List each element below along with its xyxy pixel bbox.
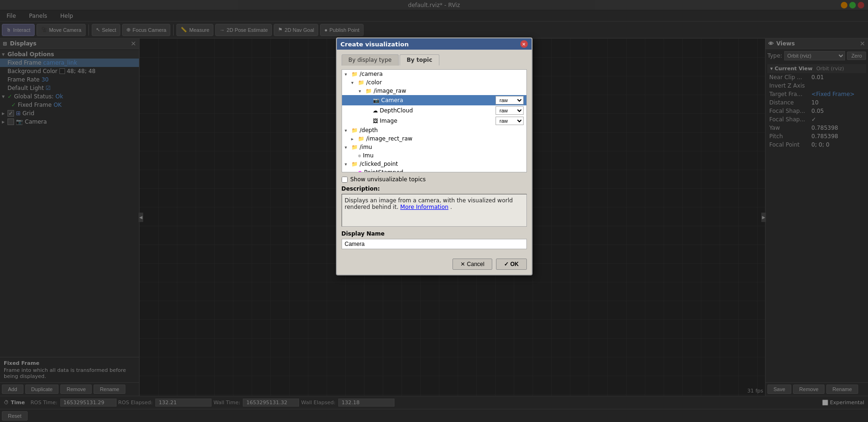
- image-raw-topic-label: /image_raw: [374, 88, 407, 94]
- modal-body: By display type By topic ▾ 📁 /camera ▾ 📁…: [337, 50, 532, 259]
- imu-folder-label: /imu: [360, 144, 372, 150]
- imu-expand-icon: ▾: [345, 145, 351, 150]
- ok-button[interactable]: ✓ OK: [496, 259, 526, 270]
- tree-imu-item[interactable]: ⎈ Imu: [342, 151, 526, 160]
- tree-imu-folder[interactable]: ▾ 📁 /imu: [342, 143, 526, 151]
- folder-icon-6: 📁: [351, 144, 358, 150]
- tab-by-topic[interactable]: By topic: [400, 54, 439, 66]
- folder-icon-3: 📁: [365, 88, 372, 94]
- color-topic-label: /color: [366, 79, 382, 86]
- depthcloud-raw-dropdown[interactable]: raw: [496, 106, 524, 115]
- cancel-button[interactable]: ✕ Cancel: [452, 259, 492, 270]
- camera-item-label: Camera: [381, 97, 403, 104]
- imu-label: Imu: [363, 152, 374, 159]
- camera-expand-icon: ▾: [345, 72, 351, 77]
- tree-depth[interactable]: ▾ 📁 /depth: [342, 126, 526, 134]
- modal-close-button[interactable]: ✕: [520, 40, 528, 48]
- tree-color[interactable]: ▾ 📁 /color: [342, 78, 526, 87]
- pointstamped-icon: ●: [358, 170, 363, 173]
- image-rect-raw-label: /image_rect_raw: [366, 135, 413, 142]
- camera-raw-dropdown[interactable]: raw: [496, 96, 524, 104]
- folder-icon-4: 📁: [351, 127, 358, 133]
- more-info-link[interactable]: More Information: [400, 204, 448, 210]
- image-raw-expand-icon: ▾: [359, 89, 365, 94]
- image-rect-expand: ▸: [351, 136, 358, 141]
- tab-display-type[interactable]: By display type: [342, 54, 399, 66]
- depthcloud-icon: ☁: [373, 108, 378, 114]
- tree-pointstamped[interactable]: ● PointStamped: [342, 168, 526, 172]
- image-raw-select[interactable]: raw: [496, 117, 524, 125]
- tree-image-raw[interactable]: ▾ 📁 /image_raw: [342, 87, 526, 95]
- pointstamped-label: PointStamped: [364, 169, 403, 172]
- tree-image-rect-raw[interactable]: ▸ 📁 /image_rect_raw: [342, 134, 526, 143]
- tree-clicked-point[interactable]: ▾ 📁 /clicked_point: [342, 160, 526, 168]
- folder-icon-2: 📁: [358, 80, 365, 86]
- camera-raw-select[interactable]: raw: [496, 96, 524, 104]
- folder-icon-7: 📁: [351, 161, 358, 167]
- display-name-label: Display Name: [342, 230, 527, 237]
- tree-camera[interactable]: ▾ 📁 /camera: [342, 70, 526, 78]
- modal-overlay: Create visualization ✕ By display type B…: [0, 0, 868, 422]
- camera-item-icon: 📷: [373, 97, 379, 104]
- image-label: Image: [380, 118, 398, 124]
- modal-footer: ✕ Cancel ✓ OK: [337, 259, 532, 274]
- camera-topic-label: /camera: [360, 71, 383, 77]
- modal-title: Create visualization: [341, 41, 409, 48]
- tree-camera-item[interactable]: 📷 Camera raw: [342, 95, 526, 105]
- color-expand-icon: ▾: [351, 80, 358, 85]
- show-unvisualizable-label: Show unvisualizable topics: [350, 176, 426, 183]
- depthcloud-label: DepthCloud: [380, 107, 413, 114]
- topic-tree[interactable]: ▾ 📁 /camera ▾ 📁 /color ▾ 📁 /image_raw: [342, 69, 527, 172]
- image-icon: 🖼: [373, 118, 378, 124]
- clicked-point-expand: ▾: [345, 162, 351, 167]
- description-period: .: [450, 204, 452, 210]
- depth-topic-label: /depth: [360, 127, 378, 133]
- depthcloud-raw-select[interactable]: raw: [496, 106, 524, 115]
- create-visualization-modal: Create visualization ✕ By display type B…: [336, 37, 532, 275]
- display-name-input[interactable]: [342, 239, 527, 249]
- depth-expand-icon: ▾: [345, 128, 351, 133]
- imu-icon: ⎈: [358, 153, 361, 159]
- modal-titlebar: Create visualization ✕: [337, 38, 532, 50]
- description-box: Displays an image from a camera, with th…: [342, 194, 527, 227]
- show-unvisualizable-row: Show unvisualizable topics: [342, 176, 527, 183]
- tree-depthcloud[interactable]: ☁ DepthCloud raw: [342, 105, 526, 116]
- show-unvisualizable-checkbox[interactable]: [342, 177, 348, 183]
- modal-tabs: By display type By topic: [342, 54, 527, 66]
- tree-image[interactable]: 🖼 Image raw: [342, 116, 526, 126]
- folder-icon-5: 📁: [358, 136, 365, 142]
- image-raw-dropdown[interactable]: raw: [496, 117, 524, 125]
- description-label: Description:: [342, 185, 527, 192]
- folder-icon-1: 📁: [351, 71, 358, 77]
- clicked-point-label: /clicked_point: [360, 161, 398, 167]
